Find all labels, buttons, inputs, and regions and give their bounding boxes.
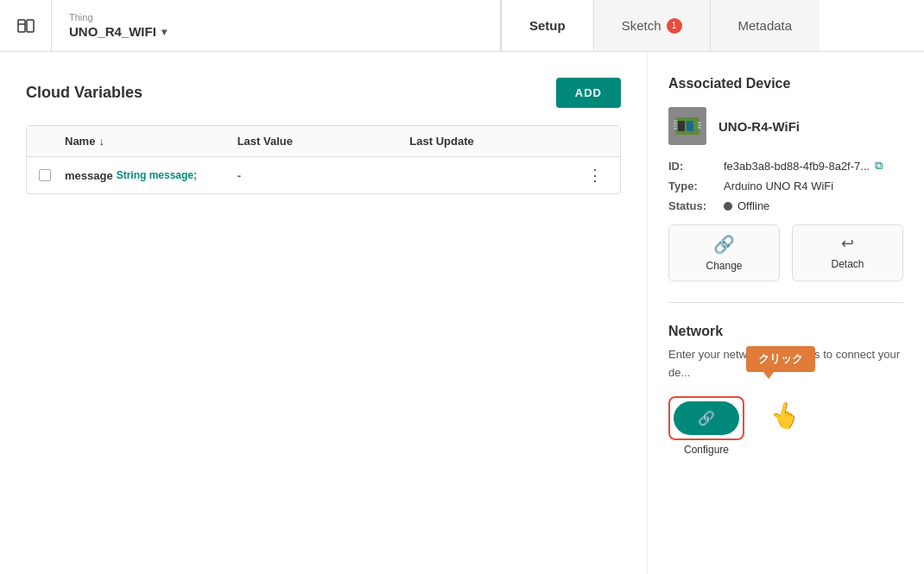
detach-device-button[interactable]: ↩ Detach xyxy=(792,224,903,281)
id-label: ID: xyxy=(668,160,724,173)
header-lastvalue-col: Last Value xyxy=(237,135,410,148)
header: Thing UNO_R4_WIFI ▾ Setup Sketch 1 Metad… xyxy=(0,0,924,52)
section-divider xyxy=(668,302,903,303)
header-name-col: Name ↓ xyxy=(65,135,237,148)
svg-rect-5 xyxy=(687,121,693,131)
svg-rect-4 xyxy=(678,121,685,131)
device-status-row: Status: Offline xyxy=(668,199,903,212)
add-variable-button[interactable]: ADD xyxy=(556,78,621,108)
associated-device-title: Associated Device xyxy=(668,76,903,91)
svg-rect-12 xyxy=(698,127,701,129)
type-value: Arduino UNO R4 WiFi xyxy=(724,180,903,192)
tab-setup[interactable]: Setup xyxy=(501,0,593,51)
chevron-down-icon: ▾ xyxy=(161,26,167,38)
configure-label: Configure xyxy=(668,444,744,456)
svg-rect-11 xyxy=(698,124,701,126)
tab-metadata[interactable]: Metadata xyxy=(710,0,820,51)
hand-cursor-icon: 👆 xyxy=(767,398,803,433)
thing-selector: Thing UNO_R4_WIFI ▾ xyxy=(52,0,501,51)
detach-icon: ↩ xyxy=(841,234,854,253)
detach-label: Detach xyxy=(831,258,864,270)
network-section: Network Enter your network credentials t… xyxy=(668,324,903,456)
device-name: UNO-R4-WiFi xyxy=(718,119,800,134)
svg-rect-10 xyxy=(698,122,701,123)
main-content: Cloud Variables ADD Name ↓ Last Value La… xyxy=(0,52,924,574)
change-label: Change xyxy=(706,260,742,272)
device-image xyxy=(668,107,706,145)
change-device-button[interactable]: 🔗 Change xyxy=(668,224,780,281)
id-value: fe3ab3a8-bd88-4fb9-8a2f-7... ⧉ xyxy=(724,159,903,173)
header-lastupdate-col: Last Update xyxy=(409,135,582,148)
device-type-row: Type: Arduino UNO R4 WiFi xyxy=(668,180,903,192)
tab-bar: Setup Sketch 1 Metadata xyxy=(501,0,924,51)
configure-container: 🔗 Configure クリック 👆 xyxy=(668,396,744,456)
right-panel: Associated Device UNO-R4-WiFi xyxy=(648,52,924,574)
row-last-value: - xyxy=(237,169,410,182)
svg-rect-1 xyxy=(27,20,34,32)
sort-arrow-icon: ↓ xyxy=(98,135,104,148)
header-check-col xyxy=(39,135,65,148)
variables-table: Name ↓ Last Value Last Update message St… xyxy=(26,125,621,194)
network-description: Enter your network credentials to connec… xyxy=(668,346,903,382)
svg-rect-9 xyxy=(674,128,677,129)
thing-label: Thing xyxy=(69,12,483,22)
header-actions-col xyxy=(582,135,608,148)
row-checkbox[interactable] xyxy=(39,169,65,181)
link-icon: 🔗 xyxy=(713,234,735,255)
table-header: Name ↓ Last Value Last Update xyxy=(27,126,620,157)
configure-highlight: 🔗 xyxy=(668,396,744,440)
svg-rect-8 xyxy=(674,125,677,127)
status-dot-icon xyxy=(724,202,732,211)
row-variable-name: message String message; xyxy=(65,169,237,182)
configure-link-icon: 🔗 xyxy=(698,410,715,426)
configure-button[interactable]: 🔗 xyxy=(674,401,739,435)
svg-rect-7 xyxy=(674,123,677,124)
device-actions: 🔗 Change ↩ Detach xyxy=(668,224,903,281)
device-id-row: ID: fe3ab3a8-bd88-4fb9-8a2f-7... ⧉ xyxy=(668,159,903,173)
table-row: message String message; - ⋮ xyxy=(27,157,620,193)
thing-name[interactable]: UNO_R4_WIFI ▾ xyxy=(69,24,483,39)
status-label: Status: xyxy=(668,199,724,212)
network-title: Network xyxy=(668,324,903,339)
status-value: Offline xyxy=(724,199,903,212)
svg-rect-0 xyxy=(18,20,25,32)
type-label: Type: xyxy=(668,180,724,192)
panel-header: Cloud Variables ADD xyxy=(26,78,621,108)
sketch-badge: 1 xyxy=(667,18,682,34)
device-card: UNO-R4-WiFi xyxy=(668,107,903,145)
tab-sketch[interactable]: Sketch 1 xyxy=(593,0,710,51)
copy-id-icon[interactable]: ⧉ xyxy=(875,159,883,173)
sidebar-toggle-button[interactable] xyxy=(0,0,52,51)
svg-rect-6 xyxy=(674,120,677,122)
left-panel: Cloud Variables ADD Name ↓ Last Value La… xyxy=(0,52,648,574)
cloud-variables-title: Cloud Variables xyxy=(26,84,142,102)
row-menu-button[interactable]: ⋮ xyxy=(582,167,608,183)
device-info: ID: fe3ab3a8-bd88-4fb9-8a2f-7... ⧉ Type:… xyxy=(668,159,903,212)
